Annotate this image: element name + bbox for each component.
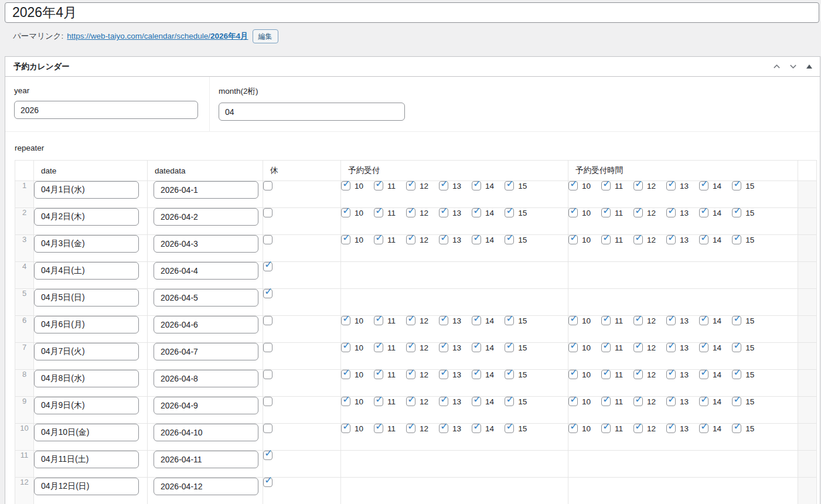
time-checkbox[interactable] (568, 370, 578, 379)
time-option[interactable]: 14 (472, 424, 494, 433)
time-checkbox[interactable] (505, 424, 514, 433)
time-checkbox[interactable] (732, 235, 741, 244)
time-option[interactable]: 15 (732, 370, 754, 379)
row-number[interactable]: 8 (15, 370, 34, 397)
time-option[interactable]: 12 (406, 397, 428, 406)
time-option[interactable]: 14 (472, 397, 494, 406)
datedata-input[interactable] (154, 235, 258, 253)
time-option[interactable]: 11 (601, 397, 623, 406)
time-option[interactable]: 11 (601, 181, 623, 190)
time-checkbox[interactable] (439, 343, 448, 352)
time-option[interactable]: 10 (341, 208, 363, 217)
time-checkbox[interactable] (439, 208, 448, 217)
closed-checkbox[interactable] (263, 343, 272, 352)
closed-checkbox[interactable] (263, 424, 272, 433)
time-option[interactable]: 10 (341, 181, 363, 190)
time-checkbox[interactable] (374, 424, 383, 433)
time-option[interactable]: 11 (374, 424, 396, 433)
time-option[interactable]: 10 (568, 316, 591, 325)
time-checkbox[interactable] (472, 424, 481, 433)
time-option[interactable]: 15 (505, 181, 527, 190)
datedata-input[interactable] (154, 451, 258, 468)
time-option[interactable]: 14 (699, 235, 721, 244)
time-checkbox[interactable] (505, 316, 514, 325)
time-option[interactable]: 10 (568, 397, 591, 406)
time-checkbox[interactable] (699, 370, 708, 379)
time-checkbox[interactable] (666, 370, 676, 379)
time-option[interactable]: 12 (633, 235, 656, 244)
row-number[interactable]: 4 (15, 262, 34, 289)
date-input[interactable] (34, 343, 139, 360)
time-checkbox[interactable] (568, 397, 578, 406)
time-checkbox[interactable] (472, 208, 481, 217)
closed-checkbox[interactable] (263, 478, 272, 487)
time-checkbox[interactable] (406, 370, 415, 379)
permalink-edit-button[interactable]: 編集 (253, 29, 278, 43)
time-checkbox[interactable] (666, 208, 676, 217)
closed-checkbox[interactable] (263, 289, 272, 298)
time-option[interactable]: 12 (406, 370, 428, 379)
datedata-input[interactable] (154, 370, 258, 387)
date-input[interactable] (34, 478, 139, 495)
time-option[interactable]: 11 (374, 208, 396, 217)
time-option[interactable]: 13 (666, 208, 689, 217)
time-option[interactable]: 14 (472, 181, 494, 190)
time-option[interactable]: 11 (601, 316, 623, 325)
closed-checkbox[interactable] (263, 451, 272, 460)
time-checkbox[interactable] (601, 397, 611, 406)
time-checkbox[interactable] (699, 316, 708, 325)
date-input[interactable] (34, 262, 139, 280)
time-checkbox[interactable] (341, 208, 350, 217)
time-checkbox[interactable] (505, 397, 514, 406)
datedata-input[interactable] (154, 262, 258, 280)
time-checkbox[interactable] (439, 181, 448, 190)
time-checkbox[interactable] (406, 424, 415, 433)
time-checkbox[interactable] (633, 424, 643, 433)
time-checkbox[interactable] (699, 397, 708, 406)
time-option[interactable]: 10 (341, 397, 363, 406)
time-checkbox[interactable] (472, 316, 481, 325)
time-option[interactable]: 12 (633, 424, 656, 433)
datedata-input[interactable] (154, 478, 258, 495)
time-option[interactable]: 10 (341, 424, 363, 433)
time-checkbox[interactable] (341, 424, 350, 433)
time-checkbox[interactable] (699, 181, 708, 190)
time-checkbox[interactable] (406, 181, 415, 190)
closed-checkbox[interactable] (263, 397, 272, 406)
year-input[interactable] (14, 101, 198, 119)
time-option[interactable]: 11 (374, 316, 396, 325)
time-checkbox[interactable] (633, 181, 643, 190)
time-checkbox[interactable] (601, 343, 611, 352)
time-checkbox[interactable] (439, 235, 448, 244)
datedata-input[interactable] (154, 343, 258, 360)
time-option[interactable]: 14 (699, 424, 721, 433)
time-option[interactable]: 13 (439, 343, 461, 352)
time-option[interactable]: 15 (505, 370, 527, 379)
time-option[interactable]: 14 (699, 181, 721, 190)
move-down-button[interactable] (786, 60, 800, 74)
time-checkbox[interactable] (699, 424, 708, 433)
time-option[interactable]: 13 (439, 397, 461, 406)
time-option[interactable]: 12 (406, 181, 428, 190)
time-option[interactable]: 15 (732, 397, 754, 406)
time-option[interactable]: 13 (439, 235, 461, 244)
time-checkbox[interactable] (472, 181, 481, 190)
permalink-link[interactable]: https://web-taiyo.com/calendar/schedule/… (67, 31, 248, 42)
row-number[interactable]: 5 (15, 289, 34, 316)
time-checkbox[interactable] (666, 181, 676, 190)
time-option[interactable]: 12 (633, 370, 656, 379)
time-option[interactable]: 13 (439, 208, 461, 217)
time-option[interactable]: 13 (439, 181, 461, 190)
time-checkbox[interactable] (472, 235, 481, 244)
time-option[interactable]: 13 (666, 397, 689, 406)
datedata-input[interactable] (154, 316, 258, 333)
time-option[interactable]: 15 (505, 424, 527, 433)
date-input[interactable] (34, 370, 139, 387)
time-checkbox[interactable] (732, 424, 741, 433)
datedata-input[interactable] (154, 289, 258, 307)
metabox-header[interactable]: 予約カレンダー (5, 57, 820, 77)
row-number[interactable]: 7 (15, 343, 34, 370)
time-checkbox[interactable] (406, 343, 415, 352)
row-number[interactable]: 3 (15, 235, 34, 262)
time-option[interactable]: 14 (472, 235, 494, 244)
